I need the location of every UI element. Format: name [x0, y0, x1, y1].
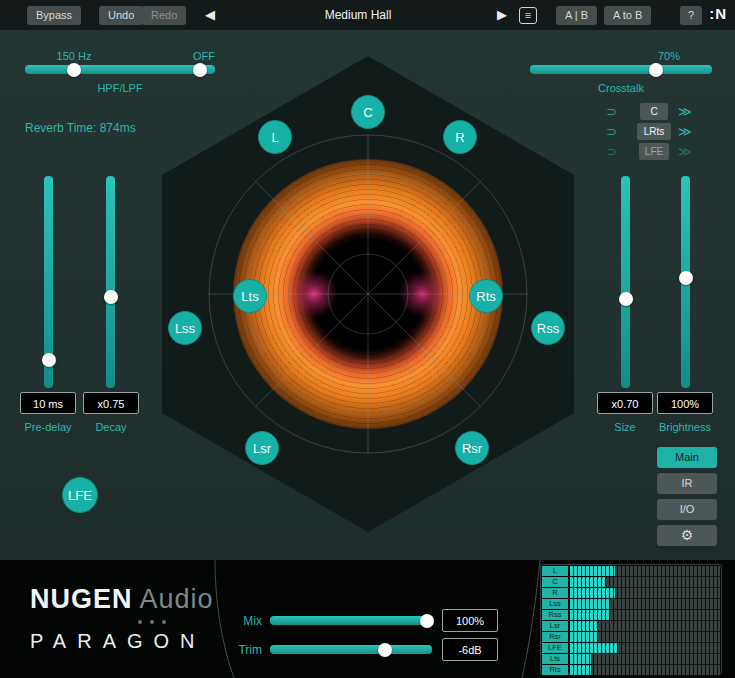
- routing-return-icon[interactable]: ⊃: [606, 123, 617, 141]
- meter-fill: [570, 665, 591, 675]
- tab-ir[interactable]: IR: [657, 473, 717, 494]
- crosstalk-handle[interactable]: [649, 63, 663, 77]
- trim-label: Trim: [222, 643, 262, 657]
- meter-track: [570, 610, 720, 620]
- channel-node-rsr[interactable]: Rsr: [455, 431, 489, 465]
- brand-nugen: NUGEN: [30, 584, 133, 614]
- next-preset-icon[interactable]: ▶: [497, 4, 507, 26]
- meter-fill: [570, 566, 615, 576]
- pre-delay-handle[interactable]: [42, 353, 56, 367]
- trim-slider[interactable]: [270, 645, 432, 654]
- tab-main[interactable]: Main: [657, 447, 717, 468]
- routing-lfe-button[interactable]: LFE: [639, 143, 669, 160]
- routing-send-icon[interactable]: ≫: [678, 103, 692, 121]
- meter-fill: [570, 632, 597, 642]
- lpf-value: OFF: [176, 50, 232, 62]
- bypass-button[interactable]: Bypass: [27, 6, 81, 25]
- meter-row: Lss: [542, 599, 720, 609]
- meter-row: R: [542, 588, 720, 598]
- meter-fill: [570, 643, 618, 653]
- brightness-label: Brightness: [645, 421, 725, 433]
- previous-preset-icon[interactable]: ◀: [205, 4, 215, 26]
- meter-row: L: [542, 566, 720, 576]
- routing-return-icon[interactable]: ⊃: [606, 103, 617, 121]
- routing-row-c: ⊃ C ≫: [0, 103, 735, 121]
- brightness-slider[interactable]: [681, 176, 690, 388]
- meter-channel-label: R: [542, 588, 568, 598]
- size-slider[interactable]: [621, 176, 630, 388]
- paragon-plugin-window: Bypass Undo Redo ◀ Medium Hall ▶ ≡ A | B…: [0, 0, 735, 678]
- decay-slider[interactable]: [106, 176, 115, 388]
- mix-slider[interactable]: [270, 616, 432, 625]
- meter-row: C: [542, 577, 720, 587]
- trim-handle[interactable]: [378, 643, 392, 657]
- routing-send-icon[interactable]: ≫: [678, 143, 692, 161]
- channel-node-lts[interactable]: Lts: [233, 279, 267, 313]
- meter-fill: [570, 654, 591, 664]
- redo-button[interactable]: Redo: [142, 6, 186, 25]
- meter-channel-label: C: [542, 577, 568, 587]
- meter-channel-label: Lts: [542, 654, 568, 664]
- meter-channel-label: Rsr: [542, 632, 568, 642]
- hpf-value: 150 Hz: [46, 50, 102, 62]
- meter-fill: [570, 599, 609, 609]
- meter-channel-label: Lss: [542, 599, 568, 609]
- size-handle[interactable]: [619, 292, 633, 306]
- meter-channel-label: LFE: [542, 643, 568, 653]
- meter-row: Rsr: [542, 632, 720, 642]
- meter-channel-label: Rts: [542, 665, 568, 675]
- pre-delay-slider[interactable]: [44, 176, 53, 388]
- footer-bar: NUGENAudio PARAGON Mix 100% Trim -6dB L …: [0, 560, 735, 678]
- decay-handle[interactable]: [104, 290, 118, 304]
- mix-handle[interactable]: [420, 614, 434, 628]
- channel-node-lfe[interactable]: LFE: [62, 477, 98, 513]
- settings-gear-icon[interactable]: ⚙: [657, 525, 717, 546]
- brand-wordmark: NUGENAudio: [30, 584, 214, 615]
- preset-name[interactable]: Medium Hall: [278, 0, 438, 30]
- preset-menu-icon[interactable]: ≡: [519, 7, 537, 24]
- meter-track: [570, 577, 720, 587]
- meter-channel-label: Rss: [542, 610, 568, 620]
- size-value[interactable]: x0.70: [597, 392, 653, 414]
- meter-channel-label: Lsr: [542, 621, 568, 631]
- meter-track: [570, 632, 720, 642]
- help-button[interactable]: ?: [680, 6, 702, 25]
- meter-row: Lsr: [542, 621, 720, 631]
- routing-send-icon[interactable]: ≫: [678, 123, 692, 141]
- title-bar: Bypass Undo Redo ◀ Medium Hall ▶ ≡ A | B…: [0, 0, 735, 30]
- meter-track: [570, 621, 720, 631]
- routing-lrts-button[interactable]: LRts: [637, 123, 671, 140]
- trim-value[interactable]: -6dB: [442, 638, 498, 661]
- mix-value[interactable]: 100%: [442, 609, 498, 632]
- ab-compare-button[interactable]: A | B: [556, 6, 597, 25]
- lpf-handle[interactable]: [193, 63, 207, 77]
- nugen-logo: :N: [709, 5, 727, 22]
- decay-value[interactable]: x0.75: [83, 392, 139, 414]
- crosstalk-label: Crosstalk: [593, 82, 649, 94]
- channel-node-rts[interactable]: Rts: [469, 279, 503, 313]
- product-name: PARAGON: [30, 630, 206, 653]
- channel-node-lsr[interactable]: Lsr: [245, 431, 279, 465]
- brightness-value[interactable]: 100%: [657, 392, 713, 414]
- channel-node-rss[interactable]: Rss: [531, 311, 565, 345]
- meter-track: [570, 643, 720, 653]
- a-to-b-button[interactable]: A to B: [604, 6, 651, 25]
- brightness-handle[interactable]: [679, 271, 693, 285]
- hpf-lpf-slider[interactable]: [25, 65, 215, 74]
- routing-return-icon[interactable]: ⊃: [606, 143, 617, 161]
- meter-track: [570, 654, 720, 664]
- tab-io[interactable]: I/O: [657, 499, 717, 520]
- output-meters-panel: L C R Lss Rss Lsr: [540, 564, 722, 675]
- undo-button[interactable]: Undo: [99, 6, 143, 25]
- meter-row: Rss: [542, 610, 720, 620]
- routing-c-button[interactable]: C: [640, 103, 668, 120]
- meter-row: Rts: [542, 665, 720, 675]
- brand-audio: Audio: [140, 584, 214, 614]
- crosstalk-slider[interactable]: [530, 65, 712, 74]
- channel-node-lss[interactable]: Lss: [168, 311, 202, 345]
- decay-label: Decay: [71, 421, 151, 433]
- routing-row-lfe: ⊃ LFE ≫: [0, 143, 735, 161]
- brand-dots: [138, 620, 166, 624]
- pre-delay-value[interactable]: 10 ms: [20, 392, 76, 414]
- hpf-handle[interactable]: [67, 63, 81, 77]
